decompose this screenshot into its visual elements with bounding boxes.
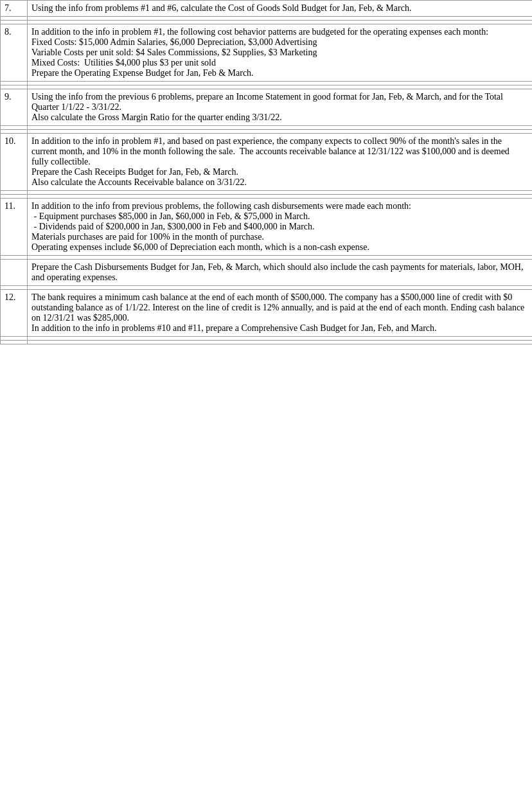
problem-number: 10.	[1, 134, 28, 191]
problem-content: Prepare the Cash Disbursements Budget fo…	[28, 260, 533, 286]
problem-content: In addition to the info in problem #1, t…	[28, 24, 533, 82]
problem-content: Using the info from problems #1 and #6, …	[28, 1, 533, 17]
spacer-row	[1, 341, 533, 344]
problem-number: 7.	[1, 1, 28, 17]
table-row: 10. In addition to the info in problem #…	[1, 134, 533, 191]
table-row: 7. Using the info from problems #1 and #…	[1, 1, 533, 17]
problem-content: In addition to the info from previous pr…	[28, 199, 533, 256]
problem-number: 8.	[1, 24, 28, 82]
problem-number: 11.	[1, 199, 28, 256]
spacer-cell	[28, 341, 533, 344]
table-row: 12. The bank requires a minimum cash bal…	[1, 290, 533, 337]
problem-content: Using the info from the previous 6 probl…	[28, 89, 533, 126]
table-row: 11. In addition to the info from previou…	[1, 199, 533, 256]
problem-number: 12.	[1, 290, 28, 337]
problem-number: 9.	[1, 89, 28, 126]
table-row: 8. In addition to the info in problem #1…	[1, 24, 533, 82]
problem-content: The bank requires a minimum cash balance…	[28, 290, 533, 337]
table-row: Prepare the Cash Disbursements Budget fo…	[1, 260, 533, 286]
spacer-cell	[1, 341, 28, 344]
problems-table: 7. Using the info from problems #1 and #…	[0, 0, 532, 344]
problem-content: In addition to the info in problem #1, a…	[28, 134, 533, 191]
page: 7. Using the info from problems #1 and #…	[0, 0, 532, 344]
table-row: 9. Using the info from the previous 6 pr…	[1, 89, 533, 126]
problem-number-empty	[1, 260, 28, 286]
